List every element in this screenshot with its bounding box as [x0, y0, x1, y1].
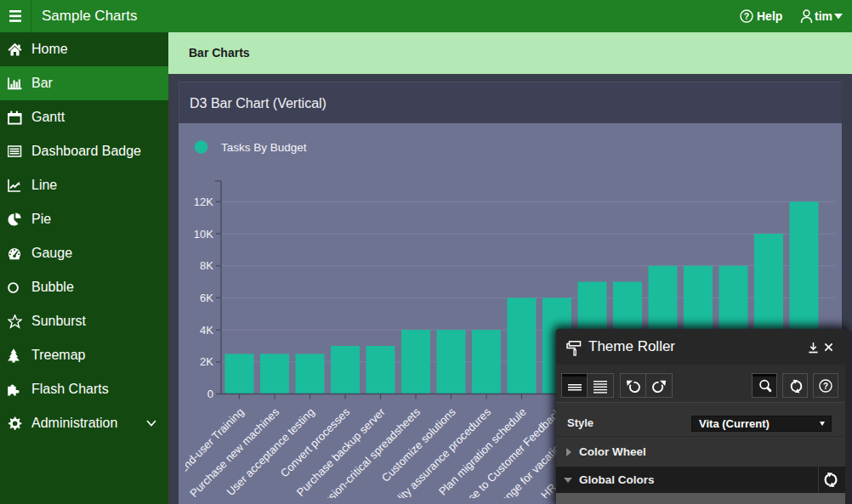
- svg-text:4K: 4K: [200, 324, 213, 337]
- svg-text:8K: 8K: [200, 259, 213, 272]
- svg-text:10K: 10K: [194, 228, 213, 241]
- svg-text:12K: 12K: [194, 195, 213, 208]
- svg-text:6K: 6K: [200, 292, 213, 304]
- svg-text:?: ?: [744, 11, 749, 21]
- svg-text:?: ?: [823, 382, 828, 391]
- svg-text:0: 0: [207, 388, 213, 400]
- svg-text:Tasks By Budget: Tasks By Budget: [221, 141, 307, 154]
- svg-text:2K: 2K: [200, 355, 213, 368]
